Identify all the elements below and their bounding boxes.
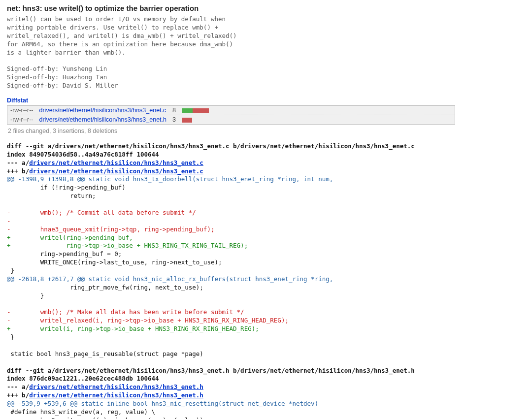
diff-plus: +++ b/drivers/net/ethernet/hisilicon/hns… <box>7 391 203 399</box>
diff-path-link[interactable]: drivers/net/ethernet/hisilicon/hns3/hns3… <box>29 159 203 166</box>
diff-context-line: if (!ring->pending_buf) <box>7 184 126 191</box>
file-change-bar <box>179 115 455 124</box>
diff-path-link[interactable]: drivers/net/ethernet/hisilicon/hns3/hns3… <box>29 391 203 399</box>
diff-context-line: } <box>7 333 14 341</box>
file-path-link[interactable]: drivers/net/ethernet/hisilicon/hns3/hns3… <box>39 107 166 114</box>
file-change-bar <box>179 105 455 115</box>
diffstat-row: -rw-r--r--drivers/net/ethernet/hisilicon… <box>7 115 455 124</box>
file-mode: -rw-r--r-- <box>7 105 36 115</box>
diff-hunk-header: @@ -1398,9 +1398,8 @@ static void hns3_t… <box>7 175 333 183</box>
diff-cmd: diff --git a/drivers/net/ethernet/hisili… <box>7 142 415 150</box>
diff-path-link[interactable]: drivers/net/ethernet/hisilicon/hns3/hns3… <box>29 383 203 390</box>
diff-index: index 876dc09ac1221..20e62cec488db 10064… <box>7 375 159 382</box>
diff-context-line: ring->pending_buf = 0; <box>7 250 122 258</box>
diff-context-line: #define hns3_write_dev(a, reg, value) \ <box>7 408 155 416</box>
insertions-bar <box>182 108 193 113</box>
diff-cmd: diff --git a/drivers/net/ethernet/hisili… <box>7 367 415 374</box>
file-path-link[interactable]: drivers/net/ethernet/hisilicon/hns3/hns3… <box>39 116 167 123</box>
diff-added-line: + writel(i, ring->tqp->io_base + HNS3_RI… <box>7 325 259 332</box>
diffstat-heading: Diffstat <box>7 97 525 104</box>
diff-context-line: ring_ptr_move_fw(ring, next_to_use); <box>7 284 203 291</box>
diff-hunk-header: @@ -539,9 +539,6 @@ static inline bool h… <box>7 400 318 407</box>
file-path-cell: drivers/net/ethernet/hisilicon/hns3/hns3… <box>36 105 170 115</box>
diff-context-line: hns3_write_reg((a)->io_base, (reg), (val… <box>7 417 203 419</box>
file-change-count: 3 <box>169 115 179 124</box>
diff-hunk-header: @@ -2618,8 +2617,7 @@ static void hns3_n… <box>7 275 333 283</box>
diff-context-line: } <box>7 267 14 274</box>
diff-removed-line: - hnae3_queue_xmit(ring->tqp, ring->pend… <box>7 226 214 233</box>
deletions-bar <box>182 118 192 123</box>
diff-context-line: } <box>7 292 44 299</box>
diff-context-line: return; <box>7 192 96 199</box>
commit-title: net: hns3: use writel() to optimize the … <box>7 4 525 12</box>
file-path-cell: drivers/net/ethernet/hisilicon/hns3/hns3… <box>36 115 170 124</box>
diff-output: diff --git a/drivers/net/ethernet/hisili… <box>7 142 525 419</box>
commit-block: net: hns3: use writel() to optimize the … <box>7 4 525 90</box>
diff-minus: --- a/drivers/net/ethernet/hisilicon/hns… <box>7 383 203 390</box>
diff-plus: +++ b/drivers/net/ethernet/hisilicon/hns… <box>7 167 203 175</box>
diffstat-table: -rw-r--r--drivers/net/ethernet/hisilicon… <box>7 105 455 125</box>
diff-added-line: + writel(ring->pending_buf, <box>7 234 133 241</box>
diff-index: index 8490754036d58..4a49a76c818ff 10064… <box>7 151 159 158</box>
diff-removed-line: - <box>7 217 11 225</box>
diffstat-summary: 2 files changed, 3 insertions, 8 deletio… <box>8 128 524 134</box>
diff-context-line: static bool hns3_page_is_reusable(struct… <box>7 350 203 357</box>
diff-minus: --- a/drivers/net/ethernet/hisilicon/hns… <box>7 159 203 166</box>
diff-removed-line: - writel_relaxed(i, ring->tqp->io_base +… <box>7 317 289 324</box>
diff-path-link[interactable]: drivers/net/ethernet/hisilicon/hns3/hns3… <box>29 167 203 175</box>
file-mode: -rw-r--r-- <box>7 115 36 124</box>
diff-removed-line: - wmb(); /* Make all data has been write… <box>7 308 244 316</box>
commit-message: writel() can be used to order I/O vs mem… <box>7 15 525 90</box>
diff-added-line: + ring->tqp->io_base + HNS3_RING_TX_RING… <box>7 242 248 249</box>
deletions-bar <box>193 108 209 113</box>
file-change-count: 8 <box>169 105 179 115</box>
diff-context-line: WRITE_ONCE(ring->last_to_use, ring->next… <box>7 258 222 266</box>
diffstat-row: -rw-r--r--drivers/net/ethernet/hisilicon… <box>7 105 455 115</box>
diff-removed-line: - wmb(); /* Commit all data before submi… <box>7 209 196 216</box>
